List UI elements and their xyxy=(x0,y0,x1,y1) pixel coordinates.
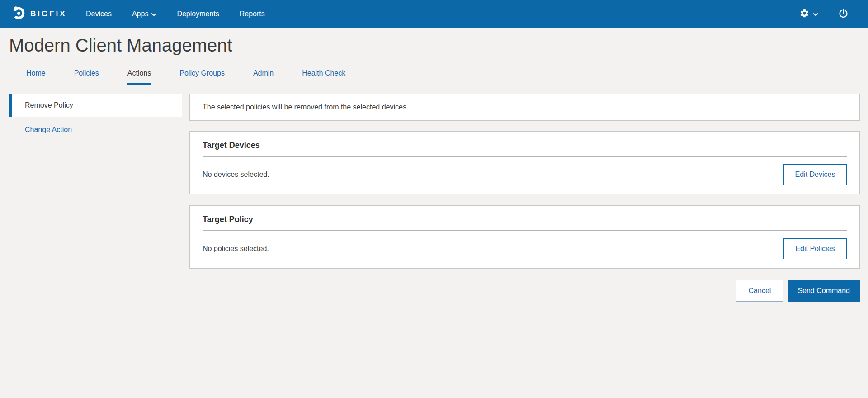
chevron-down-icon xyxy=(813,10,818,18)
send-command-button[interactable]: Send Command xyxy=(788,280,860,302)
policies-empty-text: No policies selected. xyxy=(203,245,269,253)
devices-empty-text: No devices selected. xyxy=(203,171,269,179)
section-divider xyxy=(203,230,847,231)
nav-item-devices[interactable]: Devices xyxy=(86,0,112,28)
info-message-box: The selected policies will be removed fr… xyxy=(189,94,860,121)
nav-item-apps[interactable]: Apps xyxy=(132,0,156,28)
main-content: The selected policies will be removed fr… xyxy=(189,94,860,302)
chevron-down-icon xyxy=(151,10,156,18)
target-policy-card: Target Policy No policies selected. Edit… xyxy=(189,205,860,269)
sidebar-item-label: Change Action xyxy=(25,126,72,134)
nav-item-reports[interactable]: Reports xyxy=(240,0,265,28)
tab-actions[interactable]: Actions xyxy=(127,69,151,85)
tab-policy-groups[interactable]: Policy Groups xyxy=(179,69,225,85)
tab-policies[interactable]: Policies xyxy=(74,69,99,85)
actions-sidebar: Remove Policy Change Action xyxy=(9,94,182,140)
info-message-text: The selected policies will be removed fr… xyxy=(203,103,408,111)
section-title: Target Policy xyxy=(203,214,847,225)
page-title: Modern Client Management xyxy=(9,34,232,56)
sidebar-item-remove-policy[interactable]: Remove Policy xyxy=(9,94,182,117)
tab-admin[interactable]: Admin xyxy=(253,69,274,85)
section-title: Target Devices xyxy=(203,140,847,151)
brand-wordmark: BIGFIX xyxy=(30,9,67,19)
gear-icon xyxy=(800,9,809,20)
tab-home[interactable]: Home xyxy=(26,69,46,85)
target-devices-card: Target Devices No devices selected. Edit… xyxy=(189,131,860,194)
sidebar-item-change-action[interactable]: Change Action xyxy=(9,119,182,140)
top-navbar: BIGFIX Devices Apps Deployments Reports xyxy=(0,0,868,28)
bigfix-logo[interactable]: BIGFIX xyxy=(12,0,67,28)
logout-button[interactable] xyxy=(838,8,849,20)
cancel-button[interactable]: Cancel xyxy=(736,280,784,302)
navbar-right-controls xyxy=(800,0,849,28)
edit-devices-button[interactable]: Edit Devices xyxy=(783,164,847,185)
tab-health-check[interactable]: Health Check xyxy=(302,69,345,85)
bigfix-emblem-icon xyxy=(12,6,25,22)
section-divider xyxy=(203,156,847,157)
power-icon xyxy=(838,8,849,20)
sidebar-item-label: Remove Policy xyxy=(25,101,73,109)
tab-bar: Home Policies Actions Policy Groups Admi… xyxy=(26,69,345,85)
edit-policies-button[interactable]: Edit Policies xyxy=(783,238,847,259)
nav-item-deployments[interactable]: Deployments xyxy=(177,0,219,28)
primary-nav: Devices Apps Deployments Reports xyxy=(86,0,265,28)
settings-menu-button[interactable] xyxy=(800,9,818,20)
app-root: BIGFIX Devices Apps Deployments Reports xyxy=(0,0,868,398)
action-footer: Cancel Send Command xyxy=(189,280,860,302)
